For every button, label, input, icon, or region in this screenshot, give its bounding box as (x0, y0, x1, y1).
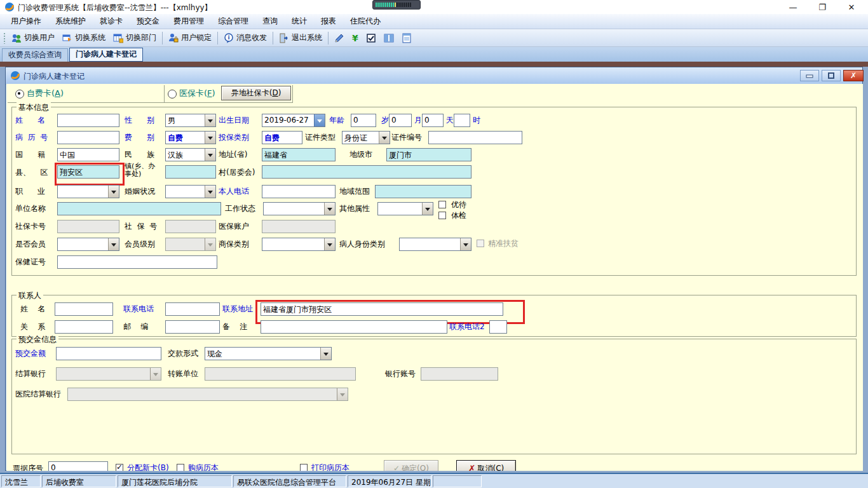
assign-new-card-checkbox[interactable] (116, 464, 123, 471)
remote-social-card-button[interactable]: 异地社保卡(D) (221, 86, 291, 100)
dropdown-arrow-icon[interactable] (205, 114, 215, 126)
dropdown-arrow-icon[interactable] (422, 203, 433, 215)
close-button[interactable]: ✕ (839, 0, 864, 14)
exit-system-button[interactable]: 退出系统 (275, 30, 326, 46)
work-status-select[interactable] (263, 202, 336, 215)
checkup-checkbox[interactable] (438, 212, 446, 219)
restore-button[interactable]: ❐ (810, 0, 835, 14)
dropdown-arrow-icon[interactable] (108, 238, 119, 250)
contact-note-input[interactable] (261, 320, 447, 334)
window-restore-button[interactable] (822, 70, 841, 81)
contact-relation-input[interactable] (55, 320, 113, 334)
privilege-checkbox[interactable] (438, 201, 446, 208)
occupation-select[interactable] (57, 185, 119, 198)
buy-record-book-label[interactable]: 购病历本 (188, 463, 219, 471)
print-record-book-label[interactable]: 打印病历本 (311, 463, 349, 471)
dropdown-arrow-icon[interactable] (320, 348, 331, 360)
select-tool-button[interactable] (362, 30, 380, 46)
birth-date-picker[interactable]: 2019-06-27 (262, 114, 325, 127)
insurance-card-label[interactable]: 医保卡(F) (179, 88, 215, 98)
age-months-input[interactable]: 0 (389, 114, 412, 127)
prepay-amount-input[interactable] (56, 347, 161, 360)
window-close-button[interactable]: ✗ (843, 70, 864, 81)
switch-system-button[interactable]: 切换系统 (58, 30, 109, 46)
minimize-button[interactable]: — (780, 0, 806, 14)
dropdown-arrow-icon[interactable] (460, 238, 471, 250)
dropdown-arrow-icon[interactable] (324, 203, 335, 215)
buy-record-book-checkbox[interactable] (177, 464, 184, 471)
switch-user-button[interactable]: 切换用户 (8, 30, 58, 46)
columns-tool-button[interactable] (380, 30, 398, 46)
self-pay-card-radio[interactable] (15, 90, 24, 98)
dropdown-arrow-icon[interactable] (205, 186, 215, 198)
town-input[interactable] (165, 165, 216, 179)
sex-select[interactable]: 男 (165, 114, 216, 127)
age-years-input[interactable]: 0 (351, 114, 376, 127)
contact-name-input[interactable] (55, 302, 113, 316)
fee-type-select[interactable]: 自费 (165, 131, 216, 144)
dropdown-arrow-icon[interactable] (205, 149, 215, 161)
assign-new-card-label[interactable]: 分配新卡(B) (127, 463, 169, 471)
insure-type-input[interactable]: 自费 (262, 131, 302, 144)
contact-phone2-label: 联系电话2 (449, 322, 485, 332)
menu-visit-card[interactable]: 就诊卡 (93, 14, 130, 29)
other-attr-select[interactable] (377, 202, 433, 215)
id-number-input[interactable] (428, 131, 522, 144)
yen-tool-button[interactable]: ¥ (348, 30, 362, 46)
dropdown-arrow-icon[interactable] (108, 186, 119, 198)
pay-form-select[interactable]: 现金 (205, 347, 332, 360)
employer-input[interactable] (57, 202, 221, 215)
health-cert-input[interactable] (57, 255, 217, 269)
village-input[interactable] (262, 165, 471, 179)
cancel-button[interactable]: ✗取消(C) (456, 460, 516, 471)
id-type-select[interactable]: 身份证 (342, 131, 390, 144)
ethnicity-select[interactable]: 汉族 (165, 148, 216, 161)
menu-fee-mgmt[interactable]: 费用管理 (166, 14, 211, 29)
dropdown-arrow-icon[interactable] (205, 132, 215, 144)
menu-user-ops[interactable]: 用户操作 (4, 14, 48, 29)
region-input[interactable] (375, 185, 471, 198)
contact-phone-input[interactable] (165, 302, 220, 316)
age-days-input[interactable]: 0 (422, 114, 444, 127)
province-input[interactable]: 福建省 (262, 148, 336, 161)
personal-phone-input[interactable] (262, 185, 336, 198)
window-minimize-button[interactable] (800, 70, 819, 81)
calendar-dropdown-icon[interactable] (314, 114, 325, 126)
print-record-book-checkbox[interactable] (300, 464, 308, 471)
messages-button[interactable]: i 消息收发 (220, 30, 271, 46)
contact-address-label: 联系地址 (222, 304, 253, 314)
status-bar: 沈雪兰 后埔收费室 厦门莲花医院后埔分院 易联众医院信息综合管理平台 2019年… (0, 473, 868, 488)
district-input[interactable]: 翔安区 (57, 165, 119, 179)
mrn-input[interactable] (57, 131, 119, 144)
menu-general-mgmt[interactable]: 综合管理 (211, 14, 255, 29)
name-input[interactable] (57, 114, 119, 127)
form-tool-button[interactable] (398, 30, 416, 46)
age-hours-input[interactable] (454, 114, 470, 127)
member-select[interactable] (57, 238, 119, 251)
edit-tool-button[interactable] (330, 30, 348, 46)
contact-zip-input[interactable] (165, 320, 220, 334)
self-pay-card-label[interactable]: 自费卡(A) (27, 88, 64, 98)
menu-inpatient-agency[interactable]: 住院代办 (343, 14, 388, 29)
commercial-ins-select[interactable] (262, 238, 336, 251)
receipt-number-input[interactable]: 0 (48, 461, 108, 471)
contact-address-input[interactable]: 福建省厦门市翔安区 (261, 302, 503, 316)
register-form: 自费卡(A) 医保卡(F) 异地社保卡(D) 基本信息 姓 名 性 别 男 出生… (6, 84, 863, 471)
menu-reports[interactable]: 报表 (314, 14, 343, 29)
insurance-card-radio[interactable] (168, 90, 177, 98)
contact-phone2-input[interactable] (489, 320, 507, 334)
nationality-input[interactable]: 中国 (57, 148, 119, 161)
marital-select[interactable] (165, 185, 216, 198)
menu-prepay[interactable]: 预交金 (130, 14, 166, 29)
city-input[interactable]: 厦门市 (386, 148, 471, 161)
tab-cashier-query[interactable]: 收费员综合查询 (2, 48, 68, 62)
switch-dept-button[interactable]: 切换部门 (109, 30, 160, 46)
tab-patient-card-register[interactable]: 门诊病人建卡登记 (69, 48, 143, 62)
identity-type-select[interactable] (399, 238, 471, 251)
menu-system-maint[interactable]: 系统维护 (48, 14, 93, 29)
lock-user-button[interactable]: 用户锁定 (165, 30, 215, 46)
menu-stats[interactable]: 统计 (285, 14, 314, 29)
dropdown-arrow-icon[interactable] (379, 132, 390, 144)
menu-query[interactable]: 查询 (255, 14, 285, 29)
dropdown-arrow-icon[interactable] (324, 238, 335, 250)
